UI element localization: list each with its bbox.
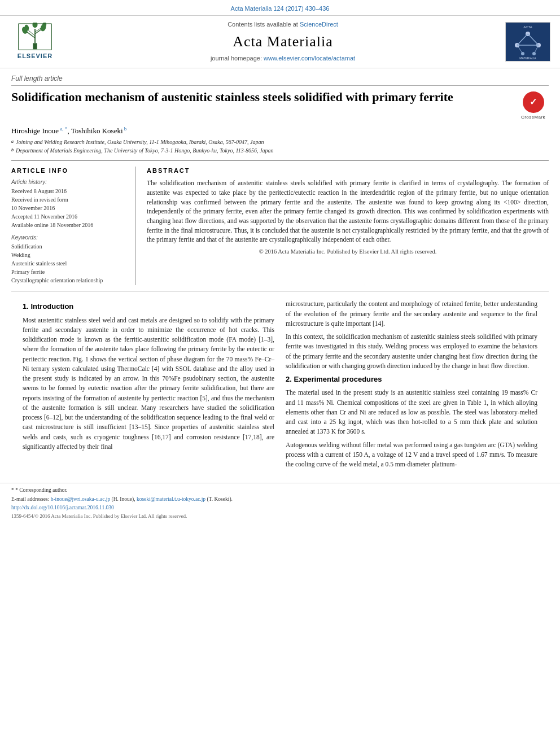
svg-rect-0 bbox=[33, 43, 37, 50]
section1-para2: microstructure, particularly the content… bbox=[286, 299, 537, 329]
article-content: Full length article Solidification mecha… bbox=[0, 68, 560, 479]
doi-text[interactable]: http://dx.doi.org/10.1016/j.actamat.2016… bbox=[11, 505, 114, 510]
email1-name: (H. Inoue), bbox=[112, 496, 135, 502]
abstract-text: The solidification mechanism of austenit… bbox=[147, 178, 549, 244]
history-label: Article history: bbox=[11, 178, 127, 186]
email-label: E-mail addresses: bbox=[11, 496, 49, 502]
email2-link[interactable]: koseki@material.t.u-tokyo.ac.jp bbox=[137, 496, 205, 502]
crossmark-circle: ✓ bbox=[523, 91, 544, 113]
copyright-bottom: 1359-6454/© 2016 Acta Materialia Inc. Pu… bbox=[11, 513, 549, 520]
authors-line: Hiroshige Inoue a, *, Toshihiko Koseki b bbox=[11, 125, 549, 137]
section1-para1: Most austenitic stainless steel weld and… bbox=[23, 316, 274, 452]
author-2-super: b bbox=[123, 126, 127, 132]
section1-title: 1. Introduction bbox=[23, 302, 274, 312]
keywords-section: Keywords: Solidification Welding Austeni… bbox=[11, 234, 127, 285]
contents-available-text: Contents lists available at bbox=[228, 21, 298, 28]
keyword-5: Crystallographic orientation relationshi… bbox=[11, 277, 127, 285]
journal-main-title: Acta Materialia bbox=[233, 32, 333, 52]
acta-logo-box: ACTA MATERIALIA bbox=[505, 22, 550, 62]
history-date-5: Available online 18 November 2016 bbox=[11, 221, 127, 229]
history-date-3: 10 November 2016 bbox=[11, 204, 127, 212]
section2-para2: Autogenous welding without filler metal … bbox=[286, 440, 537, 470]
science-direct-link[interactable]: ScienceDirect bbox=[300, 21, 338, 28]
corresponding-label: * Corresponding author. bbox=[15, 487, 67, 493]
history-date-1: Received 8 August 2016 bbox=[11, 187, 127, 195]
section2-label: Experimental procedures bbox=[294, 375, 382, 383]
acta-logo-icon: ACTA MATERIALIA bbox=[506, 23, 550, 61]
science-direct-line: Contents lists available at ScienceDirec… bbox=[228, 20, 338, 29]
abstract-column: ABSTRACT The solidification mechanism of… bbox=[147, 167, 549, 285]
corresponding-author-note: * * Corresponding author. bbox=[11, 487, 549, 494]
affiliation-2: b Department of Materials Engineering, T… bbox=[11, 147, 549, 155]
svg-text:MATERIALIA: MATERIALIA bbox=[519, 56, 536, 60]
keyword-3: Austenitic stainless steel bbox=[11, 260, 127, 268]
acta-logo-area: ACTA MATERIALIA bbox=[502, 20, 553, 63]
journal-homepage-url[interactable]: www.elsevier.com/locate/actamat bbox=[264, 55, 355, 62]
elsevier-logo-area: ELSEVIER bbox=[7, 20, 63, 63]
elsevier-tree-icon bbox=[16, 23, 54, 51]
affiliation-2-text: Department of Materials Engineering, The… bbox=[16, 147, 274, 155]
section1-label: Introduction bbox=[30, 302, 73, 311]
article-type: Full length article bbox=[11, 74, 549, 86]
article-title-row: Solidification mechanism of austenitic s… bbox=[11, 89, 549, 120]
section1-number: 1. bbox=[23, 302, 30, 311]
affiliation-1-text: Joining and Welding Research Institute, … bbox=[16, 138, 264, 146]
history-date-4: Accepted 11 November 2016 bbox=[11, 213, 127, 221]
doi-line[interactable]: http://dx.doi.org/10.1016/j.actamat.2016… bbox=[11, 504, 549, 512]
body-right-column: microstructure, particularly the content… bbox=[286, 299, 537, 473]
author-1-super: a, * bbox=[59, 126, 67, 132]
section1-para3: In this context, the solidification mech… bbox=[286, 332, 537, 371]
keyword-2: Welding bbox=[11, 251, 127, 259]
keyword-1: Solidification bbox=[11, 243, 127, 251]
page-wrapper: Acta Materialia 124 (2017) 430–436 bbox=[0, 0, 560, 747]
section2-title: 2. Experimental procedures bbox=[286, 374, 537, 385]
article-history: Article history: Received 8 August 2016 … bbox=[11, 178, 127, 229]
elsevier-logo: ELSEVIER bbox=[16, 23, 54, 60]
homepage-label: journal homepage: bbox=[211, 55, 262, 62]
journal-header: ELSEVIER Contents lists available at Sci… bbox=[0, 15, 560, 68]
email1-link[interactable]: h-inoue@jwri.osaka-u.ac.jp bbox=[51, 496, 111, 502]
info-abstract-section: ARTICLE INFO Article history: Received 8… bbox=[11, 160, 549, 291]
abstract-copyright: © 2016 Acta Materialia Inc. Published by… bbox=[147, 248, 549, 256]
article-info-heading: ARTICLE INFO bbox=[11, 167, 127, 175]
section2-number: 2. bbox=[286, 375, 294, 383]
svg-point-10 bbox=[32, 23, 37, 28]
section2-para1: The material used in the present study i… bbox=[286, 388, 537, 436]
email2-name: (T. Koseki). bbox=[207, 496, 232, 502]
author-affiliations: a Joining and Welding Research Institute… bbox=[11, 138, 549, 155]
keyword-4: Primary ferrite bbox=[11, 268, 127, 276]
author-2-name: Toshihiko Koseki bbox=[71, 126, 123, 135]
elsevier-wordmark: ELSEVIER bbox=[18, 52, 53, 60]
author-1-name: Hiroshige Inoue bbox=[11, 126, 59, 135]
body-left-column: 1. Introduction Most austenitic stainles… bbox=[23, 299, 274, 473]
email-line: E-mail addresses: h-inoue@jwri.osaka-u.a… bbox=[11, 496, 549, 503]
citation-text: Acta Materialia 124 (2017) 430–436 bbox=[231, 5, 330, 12]
footnote-section: * * Corresponding author. E-mail address… bbox=[0, 483, 560, 521]
keywords-label: Keywords: bbox=[11, 234, 127, 242]
article-title: Solidification mechanism of austenitic s… bbox=[11, 89, 453, 106]
journal-citation-bar: Acta Materialia 124 (2017) 430–436 bbox=[0, 0, 560, 15]
body-content: 1. Introduction Most austenitic stainles… bbox=[11, 299, 549, 473]
history-date-2: Received in revised form bbox=[11, 196, 127, 204]
journal-homepage-line: journal homepage: www.elsevier.com/locat… bbox=[211, 54, 355, 63]
affiliation-1: a Joining and Welding Research Institute… bbox=[11, 138, 549, 146]
crossmark-label: CrossMark bbox=[521, 114, 545, 120]
crossmark-badge: ✓ CrossMark bbox=[518, 91, 549, 120]
abstract-heading: ABSTRACT bbox=[147, 167, 549, 175]
article-info-column: ARTICLE INFO Article history: Received 8… bbox=[11, 167, 135, 285]
svg-text:ACTA: ACTA bbox=[523, 25, 532, 29]
journal-center-info: Contents lists available at ScienceDirec… bbox=[69, 20, 497, 63]
